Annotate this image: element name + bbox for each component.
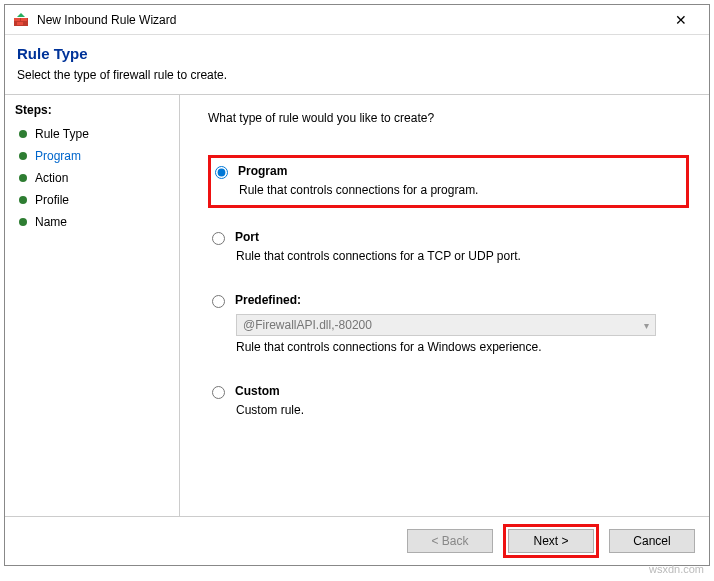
option-port-label: Port [235, 230, 259, 244]
wizard-footer: < Back Next > Cancel [5, 517, 709, 565]
step-program[interactable]: Program [15, 145, 169, 167]
step-label: Rule Type [35, 127, 89, 141]
prompt-text: What type of rule would you like to crea… [208, 111, 689, 125]
bullet-icon [19, 152, 27, 160]
wizard-body: Steps: Rule Type Program Action Profile … [5, 94, 709, 517]
step-action[interactable]: Action [15, 167, 169, 189]
radio-port[interactable] [212, 232, 225, 245]
option-program-desc: Rule that controls connections for a pro… [239, 183, 678, 197]
svg-rect-1 [14, 18, 20, 21]
option-custom-label: Custom [235, 384, 280, 398]
option-predefined-row[interactable]: Predefined: [212, 293, 681, 308]
option-program: Program Rule that controls connections f… [208, 155, 689, 208]
firewall-icon [13, 12, 29, 28]
svg-rect-2 [21, 18, 27, 21]
window-title: New Inbound Rule Wizard [37, 13, 661, 27]
step-label: Name [35, 215, 67, 229]
watermark: wsxdn.com [649, 563, 704, 575]
next-button[interactable]: Next > [508, 529, 594, 553]
option-custom: Custom Custom rule. [208, 378, 689, 425]
page-title: Rule Type [17, 45, 697, 62]
predefined-value: @FirewallAPI.dll,-80200 [243, 318, 372, 332]
page-subtitle: Select the type of firewall rule to crea… [17, 68, 697, 82]
predefined-select: @FirewallAPI.dll,-80200 ▾ [236, 314, 656, 336]
radio-custom[interactable] [212, 386, 225, 399]
bullet-icon [19, 130, 27, 138]
radio-predefined[interactable] [212, 295, 225, 308]
option-predefined-label: Predefined: [235, 293, 301, 307]
close-button[interactable]: ✕ [661, 12, 701, 28]
next-highlight: Next > [503, 524, 599, 558]
option-program-label: Program [238, 164, 287, 178]
bullet-icon [19, 218, 27, 226]
option-predefined-desc: Rule that controls connections for a Win… [236, 340, 681, 354]
wizard-header: Rule Type Select the type of firewall ru… [5, 35, 709, 94]
chevron-down-icon: ▾ [644, 320, 649, 331]
steps-heading: Steps: [15, 103, 169, 117]
option-port: Port Rule that controls connections for … [208, 224, 689, 271]
svg-rect-3 [17, 22, 23, 25]
wizard-window: New Inbound Rule Wizard ✕ Rule Type Sele… [4, 4, 710, 566]
content-panel: What type of rule would you like to crea… [180, 95, 709, 516]
option-custom-row[interactable]: Custom [212, 384, 681, 399]
step-name[interactable]: Name [15, 211, 169, 233]
step-label: Action [35, 171, 68, 185]
step-profile[interactable]: Profile [15, 189, 169, 211]
option-port-row[interactable]: Port [212, 230, 681, 245]
option-program-row[interactable]: Program [215, 164, 678, 179]
option-port-desc: Rule that controls connections for a TCP… [236, 249, 681, 263]
option-predefined: Predefined: @FirewallAPI.dll,-80200 ▾ Ru… [208, 287, 689, 362]
cancel-button[interactable]: Cancel [609, 529, 695, 553]
titlebar: New Inbound Rule Wizard ✕ [5, 5, 709, 35]
step-label: Profile [35, 193, 69, 207]
step-label: Program [35, 149, 81, 163]
radio-program[interactable] [215, 166, 228, 179]
option-custom-desc: Custom rule. [236, 403, 681, 417]
step-rule-type[interactable]: Rule Type [15, 123, 169, 145]
back-button: < Back [407, 529, 493, 553]
steps-panel: Steps: Rule Type Program Action Profile … [5, 95, 180, 516]
bullet-icon [19, 174, 27, 182]
bullet-icon [19, 196, 27, 204]
